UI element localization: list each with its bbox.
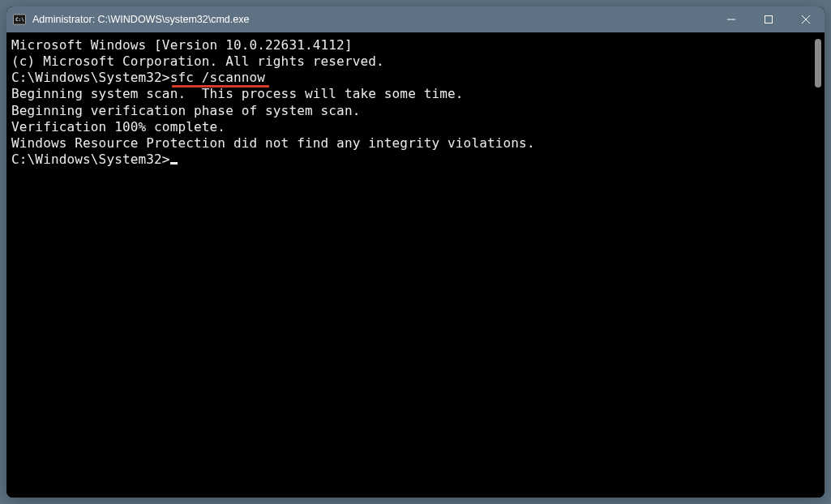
cmd-window: C:\ Administrator: C:\WINDOWS\system32\c… <box>6 6 825 498</box>
cmd-icon: C:\ <box>13 13 26 26</box>
svg-rect-3 <box>765 16 773 23</box>
content-area: Microsoft Windows [Version 10.0.22631.41… <box>6 32 825 498</box>
output-line: Beginning system scan. This process will… <box>11 86 812 102</box>
scrollbar-thumb[interactable] <box>815 39 821 88</box>
output-line: Microsoft Windows [Version 10.0.22631.41… <box>11 37 812 53</box>
window-title: Administrator: C:\WINDOWS\system32\cmd.e… <box>32 14 713 25</box>
scrollbar-track[interactable] <box>812 32 823 498</box>
minimize-button[interactable] <box>713 6 750 32</box>
prompt-prefix: C:\Windows\System32> <box>11 152 170 167</box>
titlebar[interactable]: C:\ Administrator: C:\WINDOWS\system32\c… <box>6 6 825 32</box>
maximize-icon <box>765 15 773 23</box>
window-controls <box>713 6 825 32</box>
svg-text:C:\: C:\ <box>15 16 24 22</box>
maximize-button[interactable] <box>750 6 787 32</box>
cursor <box>170 162 178 164</box>
close-button[interactable] <box>787 6 825 32</box>
terminal-output[interactable]: Microsoft Windows [Version 10.0.22631.41… <box>6 32 812 498</box>
close-icon <box>802 15 810 23</box>
prompt-line: C:\Windows\System32> <box>11 152 812 168</box>
output-line: (c) Microsoft Corporation. All rights re… <box>11 53 812 70</box>
output-line: Verification 100% complete. <box>11 119 812 135</box>
prompt-prefix: C:\Windows\System32> <box>11 70 170 85</box>
output-line: Windows Resource Protection did not find… <box>11 135 812 152</box>
output-line: Beginning verification phase of system s… <box>11 103 812 119</box>
minimize-icon <box>727 15 735 23</box>
typed-command: sfc /scannow <box>170 70 265 85</box>
prompt-line: C:\Windows\System32>sfc /scannow <box>11 70 265 86</box>
